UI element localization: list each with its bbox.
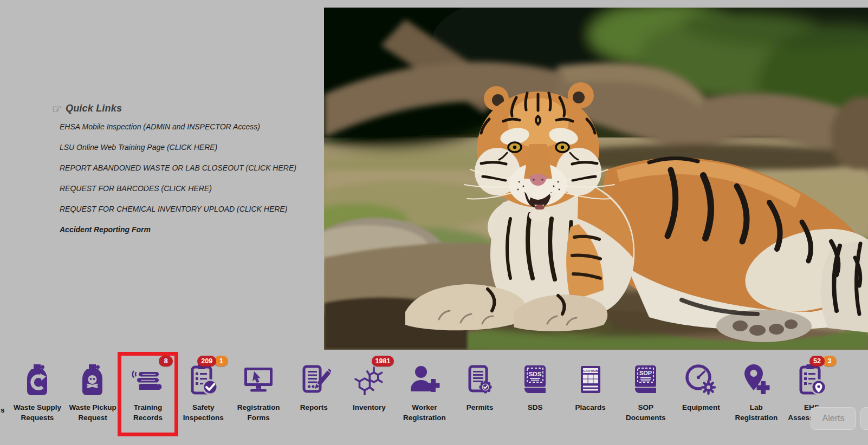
quick-link[interactable]: Accident Reporting Form <box>60 225 355 234</box>
dock-item[interactable]: SOP Documents <box>620 363 672 423</box>
lab-registration-icon <box>739 363 774 397</box>
dock-item[interactable]: Equipment <box>675 363 727 423</box>
dock-item[interactable]: Waste Supply Requests <box>11 363 63 423</box>
badge-group: 52 3 <box>809 356 837 367</box>
quick-link[interactable]: LSU Online Web Training Page (CLICK HERE… <box>60 143 355 152</box>
reports-icon <box>296 363 331 397</box>
offscreen-dock-item-fragment[interactable]: s <box>1 406 5 414</box>
quick-links-title: Quick Links <box>66 103 122 114</box>
dock-item[interactable]: SDS <box>509 363 561 423</box>
quick-links-header: ☞ Quick Links <box>52 103 355 114</box>
dock-item-label: Waste Supply Requests <box>11 402 63 423</box>
badge-group: 209 1 <box>197 356 228 367</box>
quick-links-panel: ☞ Quick Links EHSA Mobile Inspection (AD… <box>52 103 355 246</box>
badge-group: 8 <box>159 356 173 367</box>
count-badge: 52 <box>809 356 825 367</box>
count-badge: 209 <box>197 356 216 367</box>
safety-inspections-icon <box>186 363 221 397</box>
registration-forms-icon <box>241 363 276 397</box>
dock-item-label: Placards <box>565 402 617 413</box>
sds-icon <box>518 363 553 397</box>
tiger-photo-illustration <box>324 8 868 350</box>
dock-item[interactable]: Lab Registration <box>730 363 782 423</box>
inventory-icon <box>352 363 386 397</box>
quick-link[interactable]: REQUEST FOR CHEMICAL INVENTORY UPLOAD (C… <box>60 205 355 213</box>
dock-item-label: Permits <box>454 402 506 413</box>
count-badge: 8 <box>159 356 173 367</box>
permits-icon <box>463 363 497 397</box>
alerts-button-label: Alerts <box>822 414 845 423</box>
dock-item[interactable]: Waste Pickup Request <box>67 363 119 423</box>
quick-link[interactable]: EHSA Mobile Inspection (ADMIN and INSPEC… <box>60 122 355 131</box>
dock-item[interactable]: Permits <box>454 363 506 423</box>
dock-item[interactable]: Placards <box>565 363 617 423</box>
dock-item-label: SDS <box>509 402 561 413</box>
dock-item[interactable]: Reports <box>288 363 340 423</box>
equipment-icon <box>684 363 718 397</box>
waste-pickup-icon <box>75 363 110 397</box>
waste-supply-icon <box>20 363 55 397</box>
placards-icon <box>573 363 608 397</box>
dock-item-label: Registration Forms <box>232 402 284 423</box>
ehsa-dashboard: ☞ Quick Links EHSA Mobile Inspection (AD… <box>0 0 868 445</box>
hand-pointer-icon: ☞ <box>52 103 62 114</box>
module-dock: Waste Supply Requests Waste Pickup Reque… <box>11 363 838 423</box>
sop-documents-icon <box>629 363 663 397</box>
count-badge: 1981 <box>372 356 394 367</box>
dock-item-label: Inventory <box>343 402 395 413</box>
dock-item-label: Lab Registration <box>730 402 782 423</box>
alerts-button[interactable]: Alerts <box>811 407 856 430</box>
dock-item-label: Safety Inspections <box>177 402 229 423</box>
dock-item-label: SOP Documents <box>620 402 672 423</box>
hero-photo <box>324 8 868 350</box>
dock-item-label: Waste Pickup Request <box>67 402 119 423</box>
worker-registration-icon <box>407 363 442 397</box>
partial-edge-button[interactable] <box>860 407 868 430</box>
dock-item[interactable]: 209 1 Safety Inspections <box>177 363 229 423</box>
dock-item[interactable]: 8 Training Records <box>122 363 174 423</box>
dock-item-label: Worker Registration <box>398 402 450 423</box>
dock-item-label: Training Records <box>122 402 174 423</box>
dock-item[interactable]: 1981 Inventory <box>343 363 395 423</box>
count-badge: 1 <box>214 356 228 367</box>
dock-item-label: Reports <box>288 402 340 413</box>
dock-item[interactable]: Worker Registration <box>398 363 450 423</box>
quick-link[interactable]: REPORT ABANDONED WASTE OR LAB CLOSEOUT (… <box>60 163 355 172</box>
training-records-icon <box>131 363 165 397</box>
quick-link[interactable]: REQUEST FOR BARCODES (CLICK HERE) <box>60 184 355 193</box>
ehs-assessments-icon <box>794 363 829 397</box>
dock-item[interactable]: Registration Forms <box>232 363 284 423</box>
dock-item-label: Equipment <box>675 402 727 413</box>
badge-group: 1981 <box>372 356 394 367</box>
